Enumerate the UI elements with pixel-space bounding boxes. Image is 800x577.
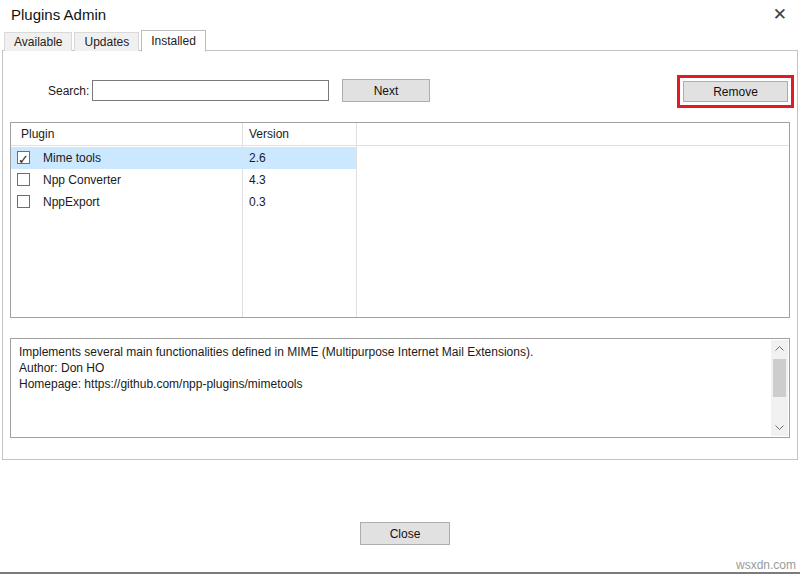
table-row[interactable]: ✓Npp Converter4.3 bbox=[11, 169, 789, 191]
dialog-bottom-edge bbox=[0, 572, 800, 574]
plugin-version: 2.6 bbox=[249, 147, 266, 169]
remove-button[interactable]: Remove bbox=[683, 81, 788, 102]
table-row[interactable]: ✓NppExport0.3 bbox=[11, 191, 789, 213]
tab-strip: AvailableUpdatesInstalled bbox=[4, 30, 208, 51]
watermark: wsxdn.com bbox=[736, 558, 796, 572]
remove-highlight-box: Remove bbox=[677, 75, 794, 108]
description-line: Homepage: https://github.com/npp-plugins… bbox=[19, 376, 763, 392]
scroll-down-icon[interactable] bbox=[771, 419, 788, 436]
column-header-version[interactable]: Version bbox=[249, 123, 289, 146]
plugin-version: 0.3 bbox=[249, 191, 266, 213]
tab-updates[interactable]: Updates bbox=[74, 32, 139, 51]
close-icon[interactable]: ✕ bbox=[773, 5, 787, 25]
tab-available[interactable]: Available bbox=[4, 32, 72, 51]
scrollbar[interactable] bbox=[771, 340, 788, 436]
description-text: Implements several main functionalities … bbox=[19, 344, 763, 392]
tab-installed[interactable]: Installed bbox=[141, 30, 206, 52]
plugin-list[interactable]: Plugin Version ✓Mime tools2.6✓Npp Conver… bbox=[10, 122, 790, 318]
plugin-checkbox[interactable]: ✓ bbox=[17, 195, 30, 208]
description-line: Author: Don HO bbox=[19, 360, 763, 376]
plugin-version: 4.3 bbox=[249, 169, 266, 191]
next-button[interactable]: Next bbox=[342, 79, 430, 102]
close-button[interactable]: Close bbox=[360, 522, 450, 545]
plugin-checkbox[interactable]: ✓ bbox=[17, 173, 30, 186]
plugins-admin-dialog: Plugins Admin ✕ AvailableUpdatesInstalle… bbox=[0, 0, 800, 577]
scroll-up-icon[interactable] bbox=[771, 340, 788, 357]
search-label: Search: bbox=[48, 84, 89, 98]
table-row[interactable]: ✓Mime tools2.6 bbox=[11, 147, 789, 169]
plugin-name: Mime tools bbox=[43, 147, 101, 169]
column-header-plugin[interactable]: Plugin bbox=[21, 123, 54, 146]
list-header: Plugin Version bbox=[11, 123, 789, 146]
description-box: Implements several main functionalities … bbox=[10, 338, 790, 438]
plugin-name: Npp Converter bbox=[43, 169, 121, 191]
checkmark-icon: ✓ bbox=[18, 149, 29, 171]
window-title: Plugins Admin bbox=[11, 6, 106, 23]
plugin-name: NppExport bbox=[43, 191, 100, 213]
list-body: ✓Mime tools2.6✓Npp Converter4.3✓NppExpor… bbox=[11, 147, 789, 213]
scrollbar-thumb[interactable] bbox=[773, 359, 786, 397]
search-input[interactable] bbox=[92, 80, 329, 101]
plugin-checkbox[interactable]: ✓ bbox=[17, 151, 30, 164]
description-line: Implements several main functionalities … bbox=[19, 344, 763, 360]
